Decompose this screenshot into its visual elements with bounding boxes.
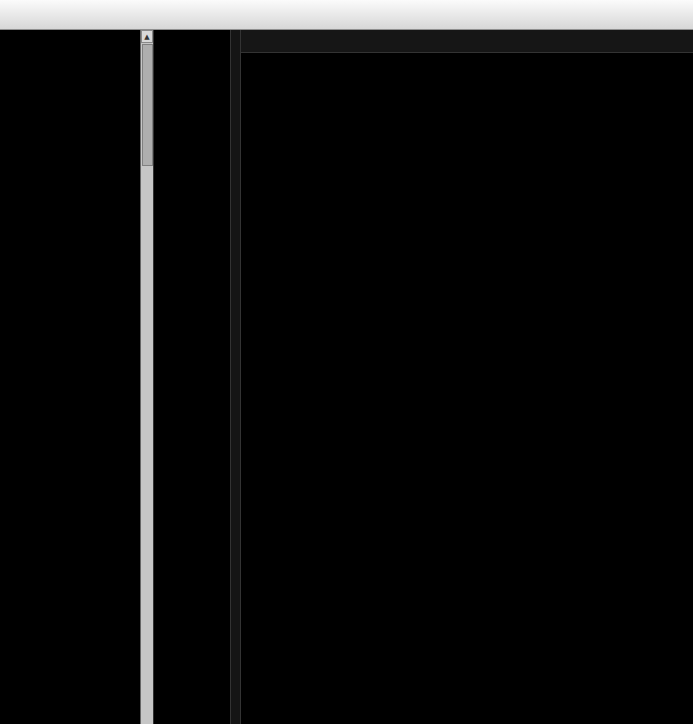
signal-names-panel [0, 30, 140, 724]
signal-values-panel [153, 30, 230, 724]
main-area: ▲ [0, 30, 693, 724]
names-panel-toolbar [0, 30, 140, 52]
scrollbar-thumb[interactable] [142, 44, 153, 166]
values-scrollbar[interactable] [230, 30, 240, 724]
waveform-canvas[interactable] [241, 52, 693, 724]
toolbar [0, 0, 693, 30]
scroll-up-icon[interactable]: ▲ [141, 30, 153, 43]
waveform-viewer-window: ▲ [0, 0, 693, 724]
time-ruler[interactable] [241, 30, 693, 53]
waveform-panel[interactable] [240, 30, 693, 724]
panel-dropdown-icon[interactable] [24, 32, 42, 50]
panel-app-icon[interactable] [3, 32, 21, 50]
names-scrollbar[interactable]: ▲ [140, 30, 153, 724]
